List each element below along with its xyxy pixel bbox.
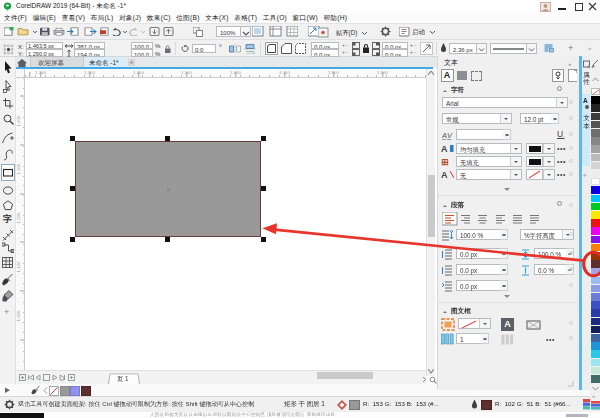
svg-text:A: A: [441, 170, 448, 180]
svg-text:A̲V̲: A̲V̲: [442, 131, 453, 140]
svg-text:⊞: ⊞: [441, 157, 449, 167]
svg-text:A: A: [441, 144, 448, 154]
